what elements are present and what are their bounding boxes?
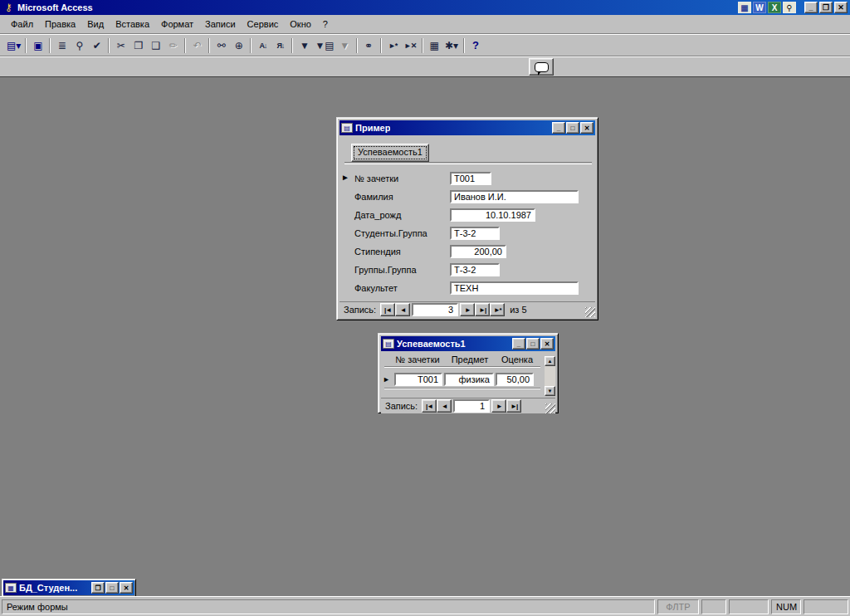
insert-hyperlink-button[interactable]: ⚯ <box>212 37 230 54</box>
minimized-titlebar[interactable]: ▦ БД_Студен... ❐ □ ✕ <box>3 580 134 595</box>
restore-button[interactable]: ❐ <box>819 2 833 13</box>
print-button[interactable]: ≣ <box>53 37 71 54</box>
field-row: Стипендия 200,00 <box>354 242 595 261</box>
filter-by-form-button[interactable]: ▼▤ <box>313 37 335 54</box>
cell-input[interactable]: физика <box>444 373 494 386</box>
last-record-button[interactable]: ►| <box>475 303 490 316</box>
primer-close-button[interactable]: ✕ <box>580 122 594 134</box>
uspev-minimize-button[interactable]: _ <box>512 338 525 350</box>
field-label: Студенты.Группа <box>354 228 450 238</box>
form-window-uspevaemost: ▤ Успеваемость1 _ □ ✕ № зачетки Предмет … <box>378 333 559 413</box>
primer-record-navigation: Запись: |◄ ◄ 3 ► ►| ►* из 5 <box>340 301 595 317</box>
current-record-input[interactable]: 1 <box>453 399 490 413</box>
new-record-nav-button[interactable]: ►* <box>490 303 505 316</box>
menu-view[interactable]: Вид <box>81 17 110 32</box>
access-key-icon: ⚷ <box>2 2 15 13</box>
search-icon[interactable]: ⚲ <box>783 2 796 13</box>
primer-maximize-button[interactable]: □ <box>566 122 579 134</box>
resize-grip[interactable] <box>545 403 555 413</box>
field-input[interactable]: Т001 <box>450 172 491 185</box>
new-record-button[interactable]: ►* <box>384 37 402 54</box>
find-button[interactable]: ⚭ <box>360 37 378 54</box>
field-input[interactable]: Т-3-2 <box>450 263 500 276</box>
scroll-down-icon[interactable]: ▼ <box>545 386 555 396</box>
view-button[interactable]: ▤▾ <box>5 37 22 54</box>
copy-button[interactable]: ❐ <box>129 37 147 54</box>
save-button[interactable]: ▣ <box>29 37 46 54</box>
record-selector[interactable]: ► <box>341 173 349 182</box>
primer-minimize-button[interactable]: _ <box>552 122 565 134</box>
menu-window[interactable]: Окно <box>284 17 317 32</box>
spelling-button[interactable]: ✔ <box>88 37 105 54</box>
db-close-button[interactable]: ✕ <box>120 582 133 594</box>
uspev-form-body: № зачетки Предмет Оценка ► Т001 физика 5… <box>381 354 555 413</box>
db-maximize-button[interactable]: □ <box>105 582 119 594</box>
uspev-titlebar[interactable]: ▤ Успеваемость1 _ □ ✕ <box>381 336 555 351</box>
sort-descending-button[interactable]: Я↓ <box>271 37 289 54</box>
office-shortcut-icon[interactable]: ▦ <box>738 2 751 13</box>
uspev-maximize-button[interactable]: □ <box>526 338 540 350</box>
first-record-button[interactable]: |◄ <box>380 303 395 316</box>
field-label: Дата_рожд <box>354 210 450 220</box>
toolbar-separator <box>380 38 382 53</box>
column-header: Предмет <box>444 354 496 364</box>
menu-insert[interactable]: Вставка <box>110 17 155 32</box>
filter-by-selection-button[interactable]: ▼ <box>296 37 313 54</box>
prev-record-button[interactable]: ◄ <box>395 303 410 316</box>
prev-record-button[interactable]: ◄ <box>437 399 452 413</box>
uspev-close-button[interactable]: ✕ <box>540 338 554 350</box>
excel-icon[interactable]: X <box>768 2 781 13</box>
menu-edit[interactable]: Правка <box>39 17 81 32</box>
cell-input[interactable]: 50,00 <box>496 373 534 386</box>
scroll-up-icon[interactable]: ▲ <box>545 356 555 366</box>
field-input[interactable]: ТЕХН <box>450 281 579 295</box>
record-nav-label: Запись: <box>344 305 376 315</box>
form-view-toolbar: ▤▾ ▣ ≣ ⚲ ✔ ✂ ❐ ❑ ✏ ↶ ⚯ ⊕ А↓ Я↓ ▼ ▼▤ ▼ ⚭ … <box>0 34 850 56</box>
minimize-button[interactable]: _ <box>804 2 818 13</box>
field-input[interactable]: Т-3-2 <box>450 227 500 240</box>
form-separator <box>344 162 592 164</box>
web-toolbar-button[interactable]: ⊕ <box>230 37 247 54</box>
status-num-lock: NUM <box>771 599 801 614</box>
menu-help[interactable]: ? <box>317 17 334 32</box>
word-icon[interactable]: W <box>753 2 766 13</box>
menu-file[interactable]: Файл <box>5 17 39 32</box>
close-button[interactable]: ✕ <box>834 2 848 13</box>
vertical-scrollbar[interactable]: ▲ ▼ <box>545 356 555 396</box>
menu-records[interactable]: Записи <box>199 17 242 32</box>
field-label: Факультет <box>354 283 450 293</box>
column-header: № зачетки <box>393 354 442 364</box>
first-record-button[interactable]: |◄ <box>422 399 437 413</box>
last-record-button[interactable]: ►| <box>506 399 521 413</box>
cell-input[interactable]: Т001 <box>394 373 442 386</box>
resize-grip[interactable] <box>585 307 595 317</box>
field-label: № зачетки <box>354 174 450 183</box>
sort-ascending-button[interactable]: А↓ <box>254 37 271 54</box>
menu-tools[interactable]: Сервис <box>242 17 285 32</box>
new-object-button[interactable]: ✱▾ <box>443 37 461 54</box>
form-icon: ▤ <box>383 339 394 349</box>
status-filter: ФЛТР <box>657 599 699 614</box>
delete-record-button[interactable]: ►✕ <box>402 37 419 54</box>
status-bar: Режим формы ФЛТР NUM <box>0 596 850 616</box>
print-preview-button[interactable]: ⚲ <box>71 37 88 54</box>
record-selector[interactable]: ► <box>383 375 393 384</box>
database-window-button[interactable]: ▦ <box>426 37 443 54</box>
db-restore-button[interactable]: ❐ <box>91 582 105 594</box>
help-button[interactable]: ? <box>467 37 485 54</box>
apply-filter-button[interactable]: ▼ <box>336 37 354 54</box>
format-painter-button[interactable]: ✏ <box>164 37 182 54</box>
menu-format[interactable]: Формат <box>155 17 199 32</box>
primer-titlebar[interactable]: ▤ Пример _ □ ✕ <box>340 120 595 135</box>
current-record-input[interactable]: 3 <box>412 303 458 316</box>
field-input[interactable]: Иванов И.И. <box>450 190 579 203</box>
next-record-button[interactable]: ► <box>491 399 506 413</box>
undo-button[interactable]: ↶ <box>188 37 206 54</box>
field-input[interactable]: 200,00 <box>450 245 506 258</box>
field-input[interactable]: 10.10.1987 <box>450 208 535 222</box>
cut-button[interactable]: ✂ <box>112 37 129 54</box>
subform-tab-button[interactable]: Успеваемость1 <box>351 144 429 162</box>
next-record-button[interactable]: ► <box>460 303 475 316</box>
paste-button[interactable]: ❑ <box>147 37 164 54</box>
office-assistant-button[interactable] <box>529 58 554 76</box>
